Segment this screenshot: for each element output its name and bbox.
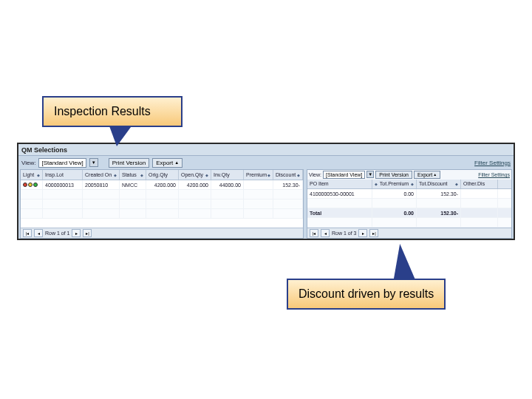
left-pager: |◂ ◂ Row 1 of 1 ▸ ▸| [21, 228, 303, 238]
col-light[interactable]: Light◆ [21, 170, 43, 180]
left-grid-body: 4000000013 20050810 NMCC 4200.000 4200.0… [21, 180, 303, 228]
filter-settings-link[interactable]: Filter Settings [478, 172, 510, 177]
filter-settings-link[interactable]: Filter Settings [474, 160, 511, 166]
pager-next-button[interactable]: ▸ [358, 229, 367, 237]
right-grid-body: 4100000530-00001 0.00 152.30- Total 0.00… [307, 189, 511, 228]
window-title: QM Selections [21, 146, 67, 154]
export-button[interactable]: Export▲ [414, 171, 440, 179]
table-row [21, 200, 303, 209]
col-orig-qty[interactable]: Orig.Qty [146, 170, 179, 180]
table-row [307, 218, 511, 228]
cell-status: NMCC [120, 180, 146, 189]
right-toolbar: View: [Standard View] ▼ Print Version Ex… [307, 170, 511, 180]
pager-text: Row 1 of 3 [332, 231, 356, 236]
cell-orig-qty: 4200.000 [146, 180, 179, 189]
right-grid-header: PO Item ◆Tot.Premium◆ Tot.Discount◆ Othe… [307, 180, 511, 189]
view-dropdown-button[interactable]: ▼ [89, 158, 98, 167]
pager-text: Row 1 of 1 [45, 231, 69, 236]
view-label: View: [21, 160, 35, 166]
pager-last-button[interactable]: ▸| [83, 229, 92, 237]
export-button[interactable]: Export▲ [152, 158, 183, 168]
print-version-button[interactable]: Print Version [109, 158, 149, 168]
cell-total-discount: 152.30- [417, 208, 461, 217]
print-version-button[interactable]: Print Version [375, 171, 412, 179]
pager-first-button[interactable]: |◂ [310, 229, 318, 237]
cell-light [21, 180, 43, 189]
cell-insp-lot: 4000000013 [43, 180, 83, 189]
col-premium[interactable]: Premium◆ [244, 170, 273, 180]
col-status[interactable]: Status◆ [120, 170, 146, 180]
pager-first-button[interactable]: |◂ [23, 229, 32, 237]
cell-total-other [461, 208, 498, 217]
cell-tot-premium: 0.00 [372, 189, 417, 198]
cell-open-qty: 4200.000 [179, 180, 211, 189]
traffic-light-icon [23, 183, 38, 187]
cell-created-on: 20050810 [83, 180, 120, 189]
cell-inv-qty: 44000.00 [211, 180, 244, 189]
cell-premium [244, 180, 273, 189]
view-value: [Standard View] [41, 160, 83, 166]
table-row [21, 209, 303, 219]
table-row[interactable]: 4100000530-00001 0.00 152.30- [307, 189, 511, 199]
pager-prev-button[interactable]: ◂ [321, 229, 330, 237]
callout-text: Discount driven by results [299, 287, 434, 300]
po-summary-panel: View: [Standard View] ▼ Print Version Ex… [307, 169, 512, 239]
left-grid-header: Light◆ Insp.Lot Created On◆ Status◆ Orig… [21, 170, 303, 180]
cell-po-item: 4100000530-00001 [307, 189, 372, 198]
col-insp-lot[interactable]: Insp.Lot [43, 170, 83, 180]
col-tot-discount[interactable]: Tot.Discount◆ [417, 180, 461, 188]
table-row[interactable]: 4000000013 20050810 NMCC 4200.000 4200.0… [21, 180, 303, 190]
callout-discount: Discount driven by results [287, 279, 446, 310]
view-label: View: [309, 172, 321, 177]
col-open-qty[interactable]: Open.Qty◆ [179, 170, 211, 180]
view-dropdown-button[interactable]: ▼ [366, 171, 374, 178]
col-discount[interactable]: Discount◆ [273, 170, 303, 180]
callout-pointer [382, 244, 415, 279]
cell-tot-discount: 152.30- [417, 189, 461, 198]
table-total-row: Total 0.00 152.30- [307, 208, 511, 218]
view-select[interactable]: [Standard View] [38, 158, 86, 168]
right-pager: |◂ ◂ Row 1 of 3 ▸ ▸| [307, 228, 511, 238]
pager-next-button[interactable]: ▸ [72, 229, 81, 237]
app-window: QM Selections View: [Standard View] ▼ Pr… [17, 143, 515, 240]
window-header: QM Selections [18, 144, 514, 156]
table-row [307, 199, 511, 208]
callout-inspection-results: Inspection Results [42, 96, 183, 127]
col-created-on[interactable]: Created On◆ [83, 170, 120, 180]
callout-text: Inspection Results [54, 105, 151, 117]
view-select[interactable]: [Standard View] [323, 171, 365, 179]
col-po-item[interactable]: PO Item [307, 180, 372, 188]
cell-discount: 152.30- [273, 180, 303, 189]
cell-total-label: Total [307, 208, 372, 217]
pager-last-button[interactable]: ▸| [369, 229, 378, 237]
col-other-dis[interactable]: Other.Dis [461, 180, 498, 188]
col-tot-premium[interactable]: ◆Tot.Premium◆ [372, 180, 417, 188]
pager-prev-button[interactable]: ◂ [34, 229, 43, 237]
table-row [21, 190, 303, 200]
cell-total-premium: 0.00 [372, 208, 417, 217]
inspection-lot-panel: Light◆ Insp.Lot Created On◆ Status◆ Orig… [20, 169, 304, 239]
col-inv-qty[interactable]: Inv.Qty [211, 170, 244, 180]
cell-other [461, 189, 498, 198]
main-toolbar: View: [Standard View] ▼ Print Version Ex… [18, 156, 514, 169]
